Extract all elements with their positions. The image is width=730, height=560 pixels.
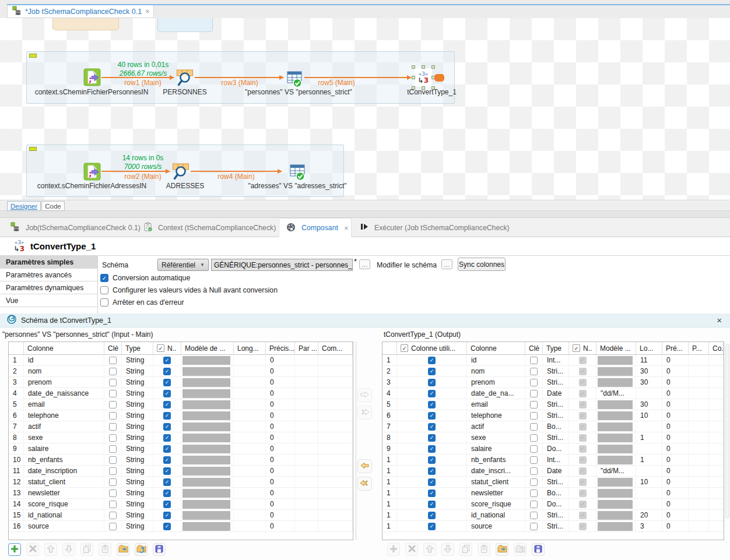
checkbox-disabled-checked[interactable] [579,423,587,431]
column-header[interactable]: ✓N.. [153,342,181,354]
column-header[interactable]: Modèle ... [596,342,636,354]
job-document-tab[interactable]: *Job tSchemaComplianceCheck 0.1 × [7,5,154,18]
output-schema-row[interactable]: 1nb_enfantsInt...10 [382,455,724,466]
checkbox-disabled-checked[interactable] [579,357,587,364]
checkbox-checked[interactable] [163,456,171,464]
checkbox-disabled-checked[interactable] [579,489,587,497]
close-icon[interactable]: × [145,8,150,15]
output-schema-row[interactable]: 2nomStri...300 [382,366,724,377]
checkbox-checked[interactable] [100,274,108,282]
copy-all-columns-left-button[interactable] [357,477,372,491]
checkbox-disabled-checked[interactable] [579,445,587,453]
checkbox-checked[interactable] [428,379,436,386]
checkbox-checked[interactable] [428,412,436,420]
file-input-personnes-icon[interactable]: ; [83,68,101,87]
header-check-icon[interactable]: ✓ [157,344,164,352]
checkbox-unchecked[interactable] [100,286,108,294]
tab-code[interactable]: Code [41,201,65,211]
key-checkbox-unchecked[interactable] [109,523,117,530]
key-checkbox-unchecked[interactable] [530,478,538,486]
column-header[interactable]: Co... [709,342,724,354]
output-schema-row[interactable]: 1idInt...110 [382,355,724,366]
sidebar-item-vue[interactable]: Vue [0,294,97,307]
input-schema-row[interactable]: 14score_risqueString0 [9,499,353,510]
key-checkbox-unchecked[interactable] [109,445,117,453]
checkbox-checked[interactable] [428,445,436,453]
column-header[interactable] [9,342,24,354]
key-checkbox-unchecked[interactable] [109,467,117,475]
checkbox-disabled-checked[interactable] [579,412,587,420]
connection-label[interactable]: row3 (Main) [213,79,266,87]
checkbox-checked[interactable] [428,423,436,431]
input-schema-row[interactable]: 9salaireString0 [9,443,353,455]
output-schema-row[interactable]: 4date_de_na...Date"dd/M...0 [382,388,724,399]
sync-columns-button[interactable]: Sync colonnes [458,258,506,271]
checkbox-disabled-checked[interactable] [579,390,587,397]
key-checkbox-unchecked[interactable] [109,357,117,364]
output-schema-row[interactable]: 1score_risqueDo...0 [382,499,724,510]
input-schema-row[interactable]: 5emailString0 [9,399,353,410]
input-add-button[interactable] [8,543,21,556]
checkbox-disabled-checked[interactable] [579,434,587,442]
key-checkbox-unchecked[interactable] [109,478,117,486]
checkbox-checked[interactable] [163,390,171,397]
checkbox-disabled-checked[interactable] [579,456,587,464]
key-checkbox-unchecked[interactable] [530,401,538,408]
checkbox-checked[interactable] [428,478,436,486]
key-checkbox-unchecked[interactable] [530,512,538,519]
input-schema-row[interactable]: 12statut_clientString0 [9,477,353,488]
column-header[interactable]: Clé [525,342,543,354]
key-checkbox-unchecked[interactable] [109,423,117,431]
schema-ellipsis-button[interactable]: … [359,259,370,269]
component-label[interactable]: "personnes" VS "personnes_strict" [245,88,347,96]
tab-executer[interactable]: Exécuter (Job tSchemaComplianceCheck) [360,218,510,237]
subjob-collapse-chip[interactable] [29,54,37,58]
checkbox-disabled-checked[interactable] [579,467,587,475]
connection-row4[interactable] [191,171,282,172]
output-schema-row[interactable]: 1newsletterBo...0 [382,488,724,499]
checkbox-checked[interactable] [163,412,171,420]
input-schema-row[interactable]: 3prenomString0 [9,377,353,388]
component-label[interactable]: context.sCheminFichierPersonnesIN [22,88,162,96]
subjob-collapse-chip[interactable] [29,147,37,151]
key-checkbox-unchecked[interactable] [530,390,538,397]
checkbox-checked[interactable] [163,357,171,364]
close-icon[interactable]: × [717,315,722,325]
key-checkbox-unchecked[interactable] [109,512,117,519]
output-import-button[interactable] [496,543,508,556]
key-checkbox-unchecked[interactable] [109,501,117,508]
output-schema-row[interactable]: 5emailStri...300 [382,399,724,410]
column-header[interactable]: Pré... [662,342,689,354]
input-schema-row[interactable]: 15id_nationalString0 [9,510,353,521]
schema-value-field[interactable]: GÉNÉRIQUE:personnes_strict - personnes_s… [211,259,353,271]
output-schema-row[interactable]: 3prenomStri...300 [382,377,724,388]
checkbox-checked[interactable] [163,489,171,497]
checkbox-disabled-checked[interactable] [579,501,587,508]
schema-compliance-check-icon[interactable] [289,163,306,182]
connection-row2[interactable] [101,171,170,172]
component-label[interactable]: ADRESSES [160,182,210,190]
column-header[interactable]: P... [689,342,709,354]
column-header[interactable] [382,342,397,354]
key-checkbox-unchecked[interactable] [109,456,117,464]
panel-splitter[interactable] [0,211,730,218]
output-schema-row[interactable]: 1id_nationalStri...200 [382,510,724,521]
column-header[interactable]: Précis... [266,342,295,354]
input-schema-row[interactable]: 6telephoneString0 [9,410,353,421]
close-icon[interactable]: × [344,224,349,232]
key-checkbox-unchecked[interactable] [530,456,538,464]
connection-row3[interactable] [195,77,283,78]
checkbox-checked[interactable] [428,512,436,519]
clipped-component-shape[interactable] [157,18,213,32]
checkbox-checked[interactable] [163,523,171,530]
input-schema-row[interactable]: 2nomString0 [9,366,353,377]
connection-label[interactable]: row4 (Main) [210,172,262,181]
key-checkbox-unchecked[interactable] [109,379,117,386]
db-input-adresses-icon[interactable] [172,162,189,181]
output-schema-row[interactable]: 1sourceStri...30 [382,521,724,532]
checkbox-disabled-checked[interactable] [579,512,587,519]
output-schema-row[interactable]: 6telephoneStri...100 [382,410,724,421]
schema-compliance-check-icon[interactable] [286,69,303,89]
column-header[interactable]: ✓Colonne utili... [397,342,467,354]
tab-job[interactable]: Job(tSchemaComplianceCheck 0.1) [10,218,141,237]
